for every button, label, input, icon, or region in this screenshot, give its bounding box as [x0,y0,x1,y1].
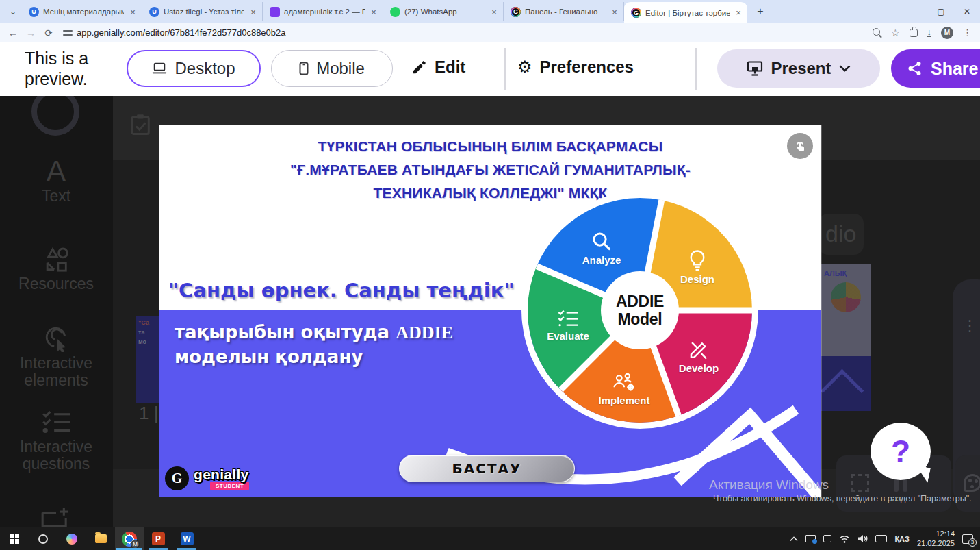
tab-search-chevron-icon[interactable]: ⌄ [4,2,22,21]
start-button[interactable]: БАСТАУ [399,455,575,482]
browser-tab-strip: ⌄ U Менің материалдарым | Ustaz × U Usta… [0,0,980,23]
window-close-button[interactable]: ✕ [954,7,980,16]
forward-icon[interactable]: → [22,27,40,38]
help-button[interactable]: ? [871,423,931,480]
mobile-icon [299,62,309,75]
wifi-icon[interactable] [839,535,850,543]
browser-tab-active[interactable]: G Editor | Біртұтас тәрбие - 16ет × [624,2,747,23]
bookmark-star-icon[interactable]: ☆ [891,27,900,38]
chevron-down-icon [839,65,851,72]
tab-close-icon[interactable]: × [489,7,499,17]
reload-icon[interactable]: ⟳ [40,27,57,38]
clipboard-check-icon[interactable] [130,114,151,136]
slide-thumbnail[interactable]: АЛЫҚ [821,264,871,411]
browser-tab-3[interactable]: адамгершілік т.с 2 — Презента × [263,2,383,21]
people-gear-icon [612,372,636,392]
mobile-toggle-button[interactable]: Mobile [271,50,393,87]
tab-close-icon[interactable]: × [734,8,743,18]
tab-close-icon[interactable]: × [248,7,258,17]
browser-tab-2[interactable]: U Ustaz tilegi - Ұстаз тілегі Респу × [142,2,263,21]
clock[interactable]: 12:14 21.02.2025 [917,529,955,549]
url-text[interactable]: app.genially.com/editor/67b814fe72d577d0… [77,27,286,38]
gear-icon: ⚙ [517,59,532,75]
genially-brand[interactable]: G genially STUDENT [165,466,249,490]
chrome-taskbar-button[interactable]: M [115,527,144,550]
sidebar-item-label: Interactive questions [0,438,112,473]
sidebar-item-text[interactable]: A Text [0,155,112,205]
ustaz-favicon-icon: U [149,7,159,17]
site-info-chip[interactable]: app.genially.com/editor/67b814fe72d577d0… [63,27,286,38]
tab-title: адамгершілік т.с 2 — Презента [284,8,365,16]
studio-tab-partial[interactable]: dio [818,214,864,255]
palette-icon[interactable] [964,474,980,492]
thumbnail-title: АЛЫҚ [821,264,871,278]
file-explorer-button[interactable] [86,527,115,550]
desktop-toggle-button[interactable]: Desktop [127,50,261,87]
window-maximize-button[interactable]: ▢ [928,7,954,16]
more-options-icon[interactable]: ⋮ [962,322,966,330]
wheel-segment-develop: Develop [658,338,740,374]
sidebar-item-insert[interactable] [0,507,112,527]
start-button[interactable] [0,527,29,550]
extensions-icon[interactable] [910,29,918,37]
sidebar-item-interactive-questions[interactable]: Interactive questions [0,410,112,473]
edit-label: Edit [435,58,465,77]
tray-expand-icon[interactable] [790,536,798,542]
page-zoom-icon[interactable] [873,28,881,37]
page-indicator: 1 | [139,403,158,424]
share-icon [907,61,923,76]
edit-button[interactable]: Edit [411,58,465,77]
language-indicator[interactable]: ҚАЗ [894,535,910,543]
tab-title: Менің материалдарым | Ustaz [43,8,124,16]
wheel-segment-analyze: Analyze [560,230,643,266]
download-icon[interactable]: ↓ [927,28,932,37]
browser-address-bar: ← → ⟳ app.genially.com/editor/67b814fe72… [0,23,980,42]
sidebar-item-resources[interactable]: Resources [0,245,112,292]
text-icon: A [0,155,112,188]
new-tab-button[interactable]: + [751,3,769,21]
chrome-profile-badge: M [131,540,140,549]
tray-app-icon[interactable] [823,535,831,542]
search-icon [591,230,612,252]
sidebar-mini-thumbnail[interactable]: "Са та мо [136,316,159,403]
browser-tab-5[interactable]: G Панель - Гениально × [504,2,624,21]
browser-tab-1[interactable]: U Менің материалдарым | Ustaz × [22,2,142,21]
slide-canvas[interactable]: ТҮРКІСТАН ОБЛЫСЫНЫҢ БІЛІМ БАСҚАРМАСЫ "Ғ.… [159,125,821,497]
desktop-label: Desktop [175,59,235,78]
display-status-icon[interactable] [805,535,816,542]
shapes-icon [41,245,71,273]
copilot-button[interactable] [57,527,86,550]
pencil-icon [411,60,427,75]
sidebar-item-interactive-elements[interactable]: Interactive elements [0,323,112,390]
powerpoint-taskbar-button[interactable]: P [144,527,172,550]
back-icon[interactable]: ← [4,27,22,38]
preferences-button[interactable]: ⚙ Preferences [517,58,634,77]
tab-close-icon[interactable]: × [610,7,619,17]
search-icon [38,534,48,544]
interactive-click-icon [41,323,71,352]
browser-menu-icon[interactable]: ⋮ [963,27,972,38]
profile-avatar[interactable]: M [941,27,953,39]
wheel-segment-design: Design [656,249,738,285]
share-button[interactable]: Share [891,49,980,88]
word-icon: W [181,532,194,545]
tab-close-icon[interactable]: × [369,7,378,17]
window-minimize-button[interactable]: – [902,7,928,16]
selection-tool-icon[interactable] [851,474,869,492]
present-label: Present [771,59,831,78]
word-taskbar-button[interactable]: W [172,527,201,550]
interactivity-tap-button[interactable] [787,133,813,159]
mini-thumb-text: мо [136,336,159,345]
present-button[interactable]: Present [717,49,880,88]
addie-wheel-diagram: Analyze Design Develop Implement Evaluat… [528,198,752,423]
speaker-icon[interactable] [858,534,868,543]
tab-title: (27) WhatsApp [404,8,485,16]
wheel-segment-implement: Implement [583,372,665,406]
bulb-icon [688,249,707,271]
touch-keyboard-icon[interactable] [875,535,887,542]
browser-tab-4[interactable]: (27) WhatsApp × [383,2,504,21]
notification-center-icon[interactable]: 3 [962,534,973,544]
taskbar-search-button[interactable] [29,527,57,550]
tab-close-icon[interactable]: × [128,7,138,17]
window-controls: – ▢ ✕ [902,0,980,23]
